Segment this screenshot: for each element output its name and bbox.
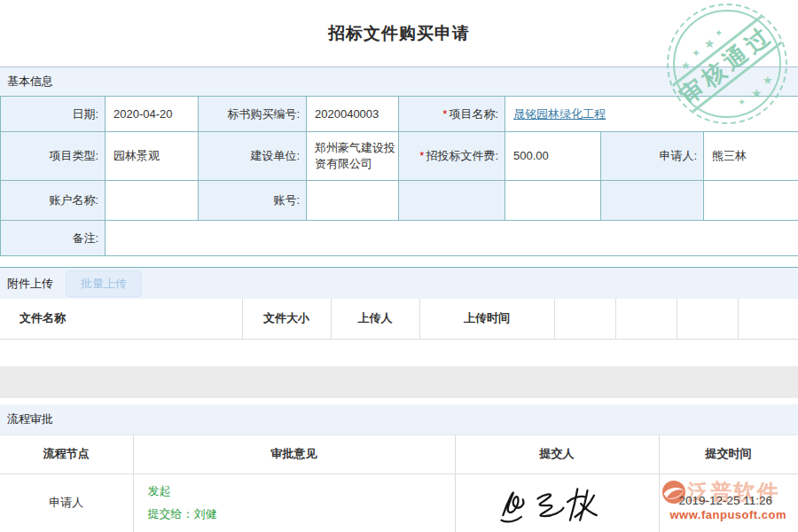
empty-label-cell [601, 181, 704, 221]
submitter-signature-cell [455, 473, 659, 532]
project-type-value: 园林景观 [106, 132, 199, 181]
basic-info-table: 日期: 2020-04-20 标书购买编号: 2020040003 *项目名称:… [0, 96, 798, 256]
empty-value-cell [704, 181, 798, 221]
flow-node-value: 申请人 [0, 473, 133, 532]
row-remark: 备注: [1, 221, 798, 256]
bid-doc-no-value: 2020040003 [307, 97, 399, 132]
approval-opinion-cell: 发起 提交给：刘健 [133, 473, 455, 532]
attachment-header-row: 文件名称 文件大小 上传人 上传时间 [0, 299, 798, 339]
bid-document-purchase-form: 招标文件购买申请 基本信息 日期: 2020-04-20 标书购买编号: 202… [0, 0, 798, 532]
project-name-label: *项目名称: [399, 97, 505, 132]
approval-header-row: 流程节点 审批意见 提交人 提交时间 [0, 434, 798, 473]
applicant-label: 申请人: [601, 132, 704, 181]
submit-time-cell: 泛普软件 www.fanpusoft.com 2019-12-25 11:26 [659, 473, 798, 532]
col-empty [615, 299, 677, 339]
attachment-table: 文件名称 文件大小 上传人 上传时间 [0, 299, 798, 340]
signature-image [495, 481, 619, 528]
title-area: 招标文件购买申请 [0, 0, 798, 66]
col-file-name: 文件名称 [0, 299, 242, 339]
project-name-cell: 晟铭园林绿化工程 [505, 97, 798, 132]
opinion-action: 发起 [148, 480, 455, 503]
applicant-value: 熊三林 [704, 132, 798, 181]
attachment-empty-body [0, 340, 798, 366]
build-unit-label: 建设单位: [199, 132, 307, 181]
account-no-value [307, 181, 399, 221]
section-header-attachment: 附件上传 批量上传 [0, 267, 798, 299]
batch-upload-button[interactable]: 批量上传 [66, 270, 142, 297]
date-label: 日期: [1, 97, 106, 132]
section-basic-label: 基本信息 [7, 74, 53, 90]
col-empty [554, 299, 615, 339]
opinion-submit-to: 提交给：刘健 [148, 503, 455, 526]
bid-doc-no-label: 标书购买编号: [199, 97, 307, 132]
approval-row-applicant: 申请人 发起 提交给：刘健 [0, 473, 798, 532]
spacer [0, 398, 798, 404]
build-unit-value: 郑州豪气建设投资有限公司 [307, 132, 399, 181]
col-file-size: 文件大小 [242, 299, 331, 339]
section-approval-label: 流程审批 [7, 411, 53, 427]
page-title: 招标文件购买申请 [328, 22, 470, 45]
account-name-value [106, 181, 199, 221]
col-approval-opinion: 审批意见 [133, 434, 455, 473]
required-asterisk: * [442, 107, 447, 121]
project-type-label: 项目类型: [1, 132, 106, 181]
project-name-link[interactable]: 晟铭园林绿化工程 [513, 107, 606, 121]
account-no-label: 账号: [199, 181, 307, 221]
bid-doc-fee-value: 500.00 [505, 132, 601, 181]
bid-doc-fee-label: *招投标文件费: [399, 132, 505, 181]
approval-table: 流程节点 审批意见 提交人 提交时间 申请人 发起 提交给：刘健 [0, 434, 798, 532]
empty-value-cell [505, 181, 601, 221]
submit-time-value: 2019-12-25 11:26 [679, 494, 773, 507]
empty-label-cell [399, 181, 505, 221]
vendor-url-text: www.fanpusoft.com [670, 508, 787, 521]
remark-label: 备注: [1, 221, 106, 256]
col-empty [677, 299, 738, 339]
section-header-approval: 流程审批 [0, 404, 798, 434]
required-asterisk: * [419, 149, 424, 162]
row-account: 账户名称: 账号: [1, 181, 798, 221]
col-upload-time: 上传时间 [419, 299, 554, 339]
account-name-label: 账户名称: [1, 181, 106, 221]
remark-value [106, 221, 798, 256]
section-attachment-label: 附件上传 [7, 276, 53, 292]
section-header-basic-info: 基本信息 [0, 66, 798, 96]
col-submit-time: 提交时间 [659, 434, 798, 473]
col-uploader: 上传人 [331, 299, 419, 339]
col-flow-node: 流程节点 [0, 434, 133, 473]
spacer [0, 256, 798, 267]
section-gap [0, 366, 798, 398]
row-project-type: 项目类型: 园林景观 建设单位: 郑州豪气建设投资有限公司 *招投标文件费: 5… [1, 132, 798, 181]
col-empty [738, 299, 798, 339]
row-date: 日期: 2020-04-20 标书购买编号: 2020040003 *项目名称:… [1, 97, 798, 132]
date-value: 2020-04-20 [106, 97, 199, 132]
col-submitter: 提交人 [455, 434, 659, 473]
